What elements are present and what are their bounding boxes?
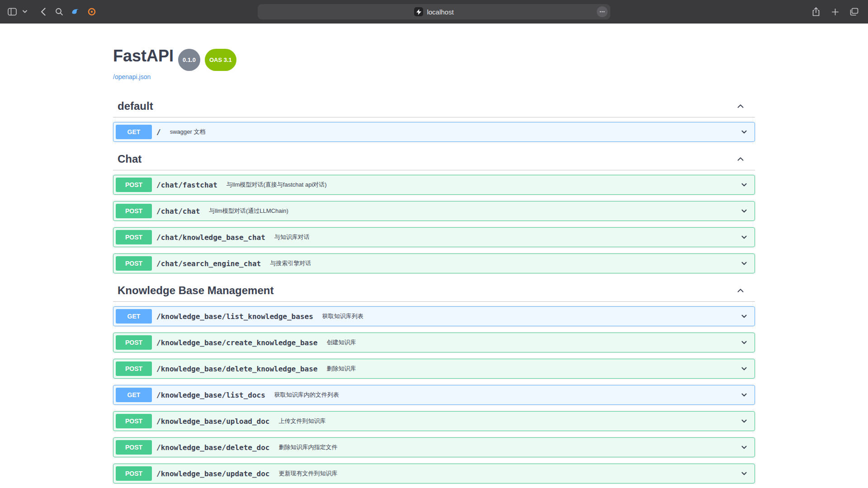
endpoint-path: /knowledge_base/create_knowledge_base: [152, 338, 322, 347]
endpoint-description: 获取知识库列表: [318, 312, 740, 320]
http-method-badge: POST: [116, 414, 152, 428]
http-method-badge: POST: [116, 204, 152, 218]
chevron-down-icon[interactable]: [740, 390, 749, 399]
api-section: default GET / swagger 文档: [113, 95, 755, 142]
new-tab-button[interactable]: [828, 5, 842, 19]
chevron-down-icon[interactable]: [740, 180, 749, 189]
endpoint-description: 与llm模型对话(通过LLMChain): [204, 207, 740, 215]
endpoint-path: /knowledge_base/list_docs: [152, 391, 270, 399]
http-method-badge: GET: [116, 125, 152, 139]
operation-summary[interactable]: POST /knowledge_base/create_knowledge_ba…: [113, 333, 755, 352]
operation-row[interactable]: POST /knowledge_base/delete_doc 删除知识库内指定…: [113, 437, 755, 457]
section-header[interactable]: Knowledge Base Management: [113, 280, 755, 302]
endpoint-path: /chat/knowledge_base_chat: [152, 233, 270, 242]
endpoint-path: /knowledge_base/delete_doc: [152, 443, 274, 452]
operation-row[interactable]: GET /knowledge_base/list_docs 获取知识库内的文件列…: [113, 385, 755, 405]
section-header[interactable]: default: [113, 95, 755, 117]
swagger-page: FastAPI 0.1.0 OAS 3.1 /openapi.json defa…: [0, 23, 868, 488]
chevron-down-icon[interactable]: [740, 338, 749, 347]
operation-row[interactable]: GET /knowledge_base/list_knowledge_bases…: [113, 306, 755, 326]
openapi-spec-link[interactable]: /openapi.json: [113, 73, 151, 80]
chevron-down-icon[interactable]: [740, 469, 749, 478]
endpoint-description: 创建知识库: [322, 338, 740, 347]
chevron-up-icon[interactable]: [735, 101, 746, 112]
operation-row[interactable]: GET / swagger 文档: [113, 122, 755, 142]
operation-summary[interactable]: GET /knowledge_base/list_knowledge_bases…: [113, 307, 755, 326]
chevron-down-icon[interactable]: [740, 312, 749, 321]
operation-summary[interactable]: POST /knowledge_base/update_doc 更新现有文件到知…: [113, 464, 755, 483]
api-sections: default GET / swagger 文档 Chat POST /ch: [113, 95, 755, 488]
content-wrapper: FastAPI 0.1.0 OAS 3.1 /openapi.json defa…: [104, 23, 764, 488]
blue-extension-icon[interactable]: [69, 5, 82, 19]
http-method-badge: GET: [116, 388, 152, 402]
endpoint-path: /chat/fastchat: [152, 181, 222, 189]
operation-summary[interactable]: POST /chat/chat 与llm模型对话(通过LLMChain): [113, 202, 755, 221]
operation-row[interactable]: POST /knowledge_base/upload_doc 上传文件到知识库: [113, 411, 755, 431]
operation-row[interactable]: POST /chat/knowledge_base_chat 与知识库对话: [113, 227, 755, 247]
chevron-down-icon[interactable]: [740, 127, 749, 136]
back-button[interactable]: [36, 5, 50, 19]
endpoint-path: /knowledge_base/list_knowledge_bases: [152, 312, 318, 321]
endpoint-path: /chat/chat: [152, 207, 204, 216]
chevron-down-icon[interactable]: [740, 364, 749, 373]
section-title: default: [118, 100, 735, 113]
endpoint-path: /: [152, 128, 165, 136]
section-header[interactable]: Chat: [113, 148, 755, 170]
chevron-down-icon[interactable]: [740, 259, 749, 268]
section-title: Chat: [118, 153, 735, 165]
endpoint-description: 与llm模型对话(直接与fastchat api对话): [222, 181, 740, 189]
http-method-badge: POST: [116, 230, 152, 244]
operation-row[interactable]: POST /knowledge_base/update_doc 更新现有文件到知…: [113, 464, 755, 483]
chevron-down-icon[interactable]: [740, 206, 749, 216]
section-operations: GET / swagger 文档: [113, 117, 755, 142]
http-method-badge: GET: [116, 309, 152, 324]
section-operations: GET /knowledge_base/list_knowledge_bases…: [113, 302, 755, 488]
endpoint-path: /knowledge_base/update_doc: [152, 469, 274, 478]
operation-row[interactable]: POST /chat/search_engine_chat 与搜索引擎对话: [113, 253, 755, 273]
search-icon[interactable]: [52, 5, 66, 19]
chevron-down-icon[interactable]: [740, 417, 749, 426]
operation-summary[interactable]: POST /knowledge_base/delete_doc 删除知识库内指定…: [113, 438, 755, 457]
http-method-badge: POST: [116, 361, 152, 376]
share-button[interactable]: [809, 5, 823, 19]
api-title: FastAPI 0.1.0 OAS 3.1: [113, 46, 755, 71]
operation-summary[interactable]: POST /chat/search_engine_chat 与搜索引擎对话: [113, 254, 755, 273]
endpoint-path: /knowledge_base/upload_doc: [152, 417, 274, 426]
operation-row[interactable]: POST /knowledge_base/create_knowledge_ba…: [113, 333, 755, 352]
version-badge: 0.1.0: [178, 49, 200, 71]
endpoint-path: /chat/search_engine_chat: [152, 259, 265, 268]
section-operations: POST /chat/fastchat 与llm模型对话(直接与fastchat…: [113, 170, 755, 273]
site-favicon-icon: [414, 7, 423, 16]
sidebar-toggle-icon[interactable]: [5, 5, 19, 19]
api-title-text: FastAPI: [113, 46, 174, 66]
oas-badge: OAS 3.1: [205, 49, 236, 71]
endpoint-description: 更新现有文件到知识库: [274, 469, 740, 478]
operation-row[interactable]: POST /chat/chat 与llm模型对话(通过LLMChain): [113, 201, 755, 221]
orange-extension-icon[interactable]: [85, 5, 99, 19]
chevron-up-icon[interactable]: [735, 285, 746, 296]
toolbar-left-group: [0, 5, 99, 19]
chevron-down-icon[interactable]: [740, 233, 749, 242]
endpoint-description: 与搜索引擎对话: [265, 259, 740, 267]
operation-summary[interactable]: POST /knowledge_base/delete_knowledge_ba…: [113, 359, 755, 378]
address-bar[interactable]: localhost: [258, 4, 610, 19]
http-method-badge: POST: [116, 256, 152, 271]
url-text: localhost: [427, 8, 453, 16]
operation-row[interactable]: POST /chat/fastchat 与llm模型对话(直接与fastchat…: [113, 175, 755, 195]
tabs-overview-button[interactable]: [847, 5, 861, 19]
sidebar-chevron-down-icon[interactable]: [22, 5, 28, 19]
page-menu-ellipsis-icon[interactable]: [597, 6, 608, 17]
operation-summary[interactable]: POST /knowledge_base/upload_doc 上传文件到知识库: [113, 412, 755, 431]
browser-toolbar: localhost: [0, 0, 868, 23]
api-section: Knowledge Base Management GET /knowledge…: [113, 280, 755, 488]
endpoint-description: 与知识库对话: [270, 233, 740, 241]
operation-summary[interactable]: GET /knowledge_base/list_docs 获取知识库内的文件列…: [113, 385, 755, 404]
operation-summary[interactable]: POST /chat/fastchat 与llm模型对话(直接与fastchat…: [113, 175, 755, 194]
http-method-badge: POST: [116, 178, 152, 192]
toolbar-right-group: [809, 0, 861, 23]
chevron-down-icon[interactable]: [740, 443, 749, 452]
operation-row[interactable]: POST /knowledge_base/delete_knowledge_ba…: [113, 359, 755, 379]
chevron-up-icon[interactable]: [735, 154, 746, 164]
operation-summary[interactable]: GET / swagger 文档: [113, 122, 755, 141]
operation-summary[interactable]: POST /chat/knowledge_base_chat 与知识库对话: [113, 228, 755, 247]
